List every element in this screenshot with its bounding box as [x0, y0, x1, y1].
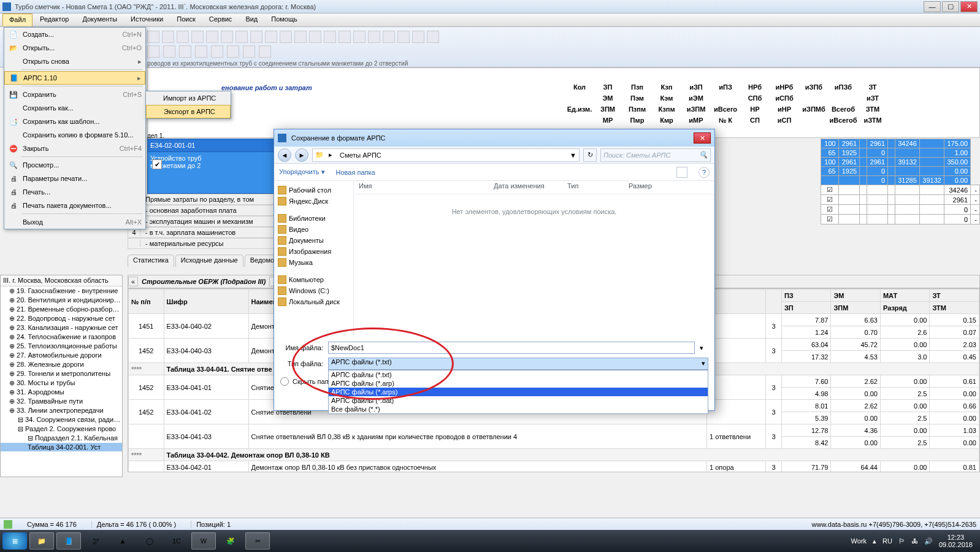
tab-sourcedata[interactable]: Исходные данные: [175, 255, 243, 267]
tb-icon[interactable]: [206, 31, 218, 43]
tb-icon[interactable]: [163, 45, 175, 58]
menu-service[interactable]: Сервис: [203, 13, 239, 26]
chevron-down-icon[interactable]: ▼: [570, 151, 576, 159]
filetype-dropdown[interactable]: АРПС файлы (*.txt)АРПС файлы (*.arp)АРПС…: [328, 370, 708, 414]
task-thunderbird[interactable]: 🕊: [83, 532, 108, 550]
menu-file[interactable]: Файл: [2, 13, 33, 26]
tree-item[interactable]: ⊕ 28. Железные дороги: [1, 360, 122, 369]
menu-documents[interactable]: Документы: [76, 13, 123, 26]
tb-icon[interactable]: [221, 31, 233, 43]
tb-icon[interactable]: [179, 45, 191, 58]
menu-editor[interactable]: Редактор: [34, 13, 75, 26]
tree-item[interactable]: ⊕ 22. Водопровод - наружные сет: [1, 314, 122, 323]
menu-help[interactable]: Помощь: [265, 13, 304, 26]
folder-tree-item[interactable]: Яндекс.Диск: [277, 196, 351, 207]
tray-flag-icon[interactable]: 🏳: [898, 537, 905, 545]
row-check[interactable]: ✔: [152, 159, 162, 169]
filetype-option[interactable]: Все файлы (*.*): [329, 405, 708, 413]
tb-icon[interactable]: [412, 31, 424, 43]
tree-item[interactable]: ⊕ 33. Линии электропередачи: [1, 406, 122, 415]
organize-button[interactable]: Упорядочить ▾: [279, 168, 325, 176]
task-explorer[interactable]: 📁: [29, 532, 54, 550]
tree-item[interactable]: ⊕ 20. Вентиляция и кондициониров: [1, 296, 122, 305]
menu-sources[interactable]: Источники: [124, 13, 169, 26]
tb-icon[interactable]: [147, 31, 159, 43]
search-input[interactable]: Поиск: Сметы АРПС🔍: [600, 148, 711, 162]
region-dropdown[interactable]: III. г. Москва, Московская область: [1, 275, 122, 286]
tab-statistics[interactable]: Статистика: [128, 255, 174, 267]
tree-item[interactable]: ⊕ 31. Аэродромы: [1, 388, 122, 397]
file-menu-preview[interactable]: 🔍Просмотр...: [4, 158, 145, 172]
folder-tree-item[interactable]: Библиотеки: [277, 213, 351, 224]
folder-tree-item[interactable]: Рабочий стол: [277, 185, 351, 196]
folder-tree-item[interactable]: Изображения: [277, 246, 351, 257]
task-chrome[interactable]: ◯: [137, 532, 162, 550]
tb-icon[interactable]: [211, 45, 223, 58]
tree-item[interactable]: ⊕ 24. Теплоснабжение и газопров: [1, 332, 122, 342]
tree-item[interactable]: ⊕ 32. Трамвайные пути: [1, 397, 122, 406]
folder-tree-item[interactable]: Видео: [277, 224, 351, 235]
task-app[interactable]: 🧩: [218, 532, 243, 550]
task-word[interactable]: W: [191, 532, 216, 550]
filetype-option[interactable]: АРПС файлы (*.dat): [329, 396, 708, 405]
table-row[interactable]: Е33-04-041-03Снятие ответвлений ВЛ 0,38 …: [129, 424, 979, 437]
tree-item[interactable]: ⊟ Раздел 2. Сооружения прово: [1, 424, 122, 434]
file-menu-create[interactable]: 📄Создать...Ctrl+N: [4, 28, 145, 41]
file-menu-print[interactable]: 🖨Печать...: [4, 185, 145, 199]
folder-tree[interactable]: Рабочий столЯндекс.ДискБиблиотекиВидеоДо…: [274, 181, 354, 338]
tree-item[interactable]: ⊟ Подраздел 2.1. Кабельная: [1, 434, 122, 443]
filename-input[interactable]: [328, 342, 695, 354]
file-menu-close[interactable]: ⛔ЗакрытьCtrl+F4: [4, 142, 145, 155]
filetype-combo[interactable]: АРПС файлы (*.txt) ▾ АРПС файлы (*.txt)А…: [328, 358, 708, 370]
view-button[interactable]: [676, 167, 687, 178]
nav-fwd-button[interactable]: ►: [295, 148, 308, 162]
file-menu-saveas[interactable]: Сохранить как...: [4, 101, 145, 115]
dialog-close-button[interactable]: ✕: [694, 132, 711, 144]
tb-icon[interactable]: [235, 31, 248, 43]
tree-item[interactable]: ⊕ 29. Тоннели и метрополитены: [1, 369, 122, 378]
start-button[interactable]: ⊞: [2, 532, 27, 550]
tb-icon[interactable]: [243, 45, 255, 58]
filetype-option[interactable]: АРПС файлы (*.txt): [329, 370, 708, 379]
folder-tree-item[interactable]: Windows (C:): [277, 285, 351, 296]
maximize-button[interactable]: ▢: [942, 1, 959, 12]
folder-tree-item[interactable]: Документы: [277, 235, 351, 246]
tray-lang[interactable]: RU: [882, 537, 892, 545]
refresh-button[interactable]: ↻: [583, 148, 597, 162]
folder-tree-item[interactable]: Музыка: [277, 257, 351, 268]
tree-item[interactable]: ⊕ 19. Газоснабжение - внутренние: [1, 286, 122, 296]
filetype-option[interactable]: АРПС файлы (*.arp): [329, 379, 708, 388]
table-row[interactable]: Е33-04-042-01Демонтаж опор ВЛ 0,38-10 кВ…: [129, 461, 979, 473]
folder-tree-item[interactable]: Локальный диск: [277, 296, 351, 307]
file-menu-printbatch[interactable]: 🖨Печать пакета документов...: [4, 199, 145, 212]
tree-item[interactable]: ⊕ 27. Автомобильные дороги: [1, 351, 122, 360]
tb-icon[interactable]: [265, 31, 277, 43]
tray-network-icon[interactable]: 🖧: [911, 537, 918, 545]
tb-icon[interactable]: [280, 31, 292, 43]
filetype-option[interactable]: АРПС файлы (*.arps): [329, 388, 708, 396]
filename-dropdown-icon[interactable]: ▾: [700, 344, 708, 352]
arps-export[interactable]: Экспорт в АРПС: [146, 105, 231, 118]
tb-icon[interactable]: [250, 31, 262, 43]
help-button[interactable]: ?: [699, 167, 710, 178]
tb-icon[interactable]: [383, 31, 395, 43]
tb-icon[interactable]: [324, 31, 336, 43]
tb-icon[interactable]: [427, 31, 439, 43]
tree-item[interactable]: ⊕ 25. Теплоизоляционные работы: [1, 342, 122, 351]
tb-icon[interactable]: [353, 31, 366, 43]
new-folder-button[interactable]: Новая папка: [336, 169, 375, 176]
menu-view[interactable]: Вид: [239, 13, 264, 26]
file-menu-printsetup[interactable]: 🖨Параметры печати...: [4, 172, 145, 185]
file-menu-arps[interactable]: 📘АРПС 1.10▸: [4, 71, 145, 85]
tray-volume-icon[interactable]: 🔊: [924, 537, 933, 545]
task-1c[interactable]: 1C: [164, 532, 189, 550]
folder-tree-item[interactable]: Компьютер: [277, 274, 351, 285]
tb-icon[interactable]: [147, 45, 159, 58]
system-tray[interactable]: Work ▴ RU 🏳 🖧 🔊 12:23 09.02.2018: [851, 534, 978, 548]
tb-icon[interactable]: [259, 45, 271, 58]
arps-import[interactable]: Импорт из АРПС: [146, 91, 231, 105]
tray-show-hidden-icon[interactable]: ▴: [873, 537, 876, 545]
save-dialog-titlebar[interactable]: Сохранение в формате АРПС ✕: [274, 129, 714, 147]
file-menu-reopen[interactable]: Открыть снова▸: [4, 55, 145, 68]
tb-icon[interactable]: [339, 31, 351, 43]
